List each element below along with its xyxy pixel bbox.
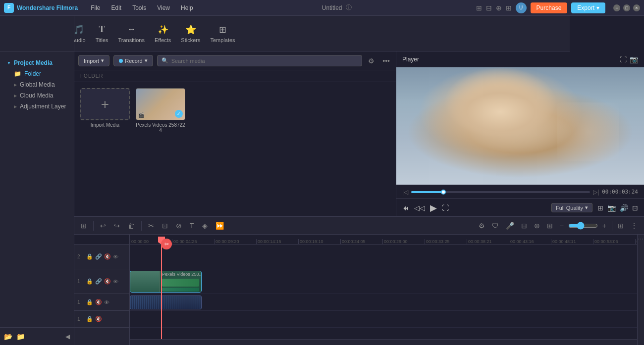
more-tl-icon[interactable]: ⋮ (628, 220, 640, 231)
mark-out-icon[interactable]: ▷| (593, 189, 599, 196)
import-button[interactable]: Import ▾ (78, 55, 109, 66)
player-progress-row: |◁ ▷| 00:00:03:24 (396, 185, 644, 198)
camera-icon[interactable]: 📷 (607, 204, 616, 212)
more-options-icon[interactable]: ••• (380, 56, 392, 66)
scenes-icon[interactable]: ⊟ (519, 220, 530, 231)
crop-tl-icon[interactable]: ⊡ (160, 220, 170, 231)
record-button[interactable]: Record ▾ (113, 55, 153, 66)
menu-help[interactable]: Help (176, 3, 198, 13)
track-eye-icon-2[interactable]: 👁 (113, 254, 118, 260)
progress-bar[interactable] (411, 191, 590, 193)
undo-icon[interactable]: ↩ (98, 220, 108, 231)
grid-view-icon[interactable]: ⊞ (615, 220, 626, 231)
titlebar: F Wondershare Filmora File Edit Tools Vi… (0, 0, 644, 16)
picture-in-picture-icon[interactable]: ⊞ (544, 220, 555, 231)
zoom-slider[interactable] (568, 222, 598, 230)
filter-icon[interactable]: ⚙ (366, 56, 376, 66)
menu-file[interactable]: File (86, 3, 105, 13)
timeline-scrollbar[interactable] (130, 339, 637, 345)
tab-stickers[interactable]: ⭐ Stickers (176, 21, 205, 46)
keyframe-icon[interactable]: ◈ (200, 220, 210, 231)
info-icon[interactable]: ⓘ (346, 3, 352, 12)
mic-icon[interactable]: 🎤 (503, 220, 517, 231)
audio-clip-1[interactable] (130, 296, 202, 309)
media-item-import[interactable]: + Import Media (80, 88, 130, 133)
left-panel: ▼ Project Media 📁 Folder ▶ Global Media … (0, 16, 74, 345)
mark-in-icon[interactable]: |◁ (402, 189, 408, 196)
ruler-mark-12: 00:00:58:01 (635, 239, 637, 244)
add-track-icon[interactable]: ⊞ (78, 220, 89, 231)
shield-icon[interactable]: 🛡 (489, 220, 501, 231)
snapshot-icon[interactable]: 📷 (630, 55, 638, 63)
track-audio-lock-icon-2[interactable]: 🔒 (86, 316, 93, 322)
volume-icon[interactable]: 🔊 (620, 204, 628, 212)
split-icon[interactable]: ⊕ (532, 220, 542, 231)
delete-icon[interactable]: 🗑 (125, 220, 137, 231)
quality-selector[interactable]: Full Quality ▾ (551, 203, 592, 212)
minimize-button[interactable]: − (613, 4, 620, 11)
tl-right-controls: ⚙ 🛡 🎤 ⊟ ⊕ ⊞ − + ⊞ ⋮ (476, 220, 640, 231)
track-audio-eye-icon-1[interactable]: 👁 (104, 299, 109, 305)
menu-view[interactable]: View (152, 3, 175, 13)
nav-item-global-media[interactable]: ▶ Global Media (4, 79, 70, 90)
tab-templates[interactable]: ⊞ Templates (205, 21, 240, 46)
tab-titles-label: Titles (96, 37, 108, 43)
cut-icon[interactable]: ✂ (146, 220, 157, 231)
zoom-out-icon[interactable]: − (557, 220, 566, 231)
track-lock-icon-1[interactable]: 🔒 (86, 278, 93, 285)
crop-icon[interactable]: ⊡ (632, 204, 638, 212)
zoom-in-icon[interactable]: + (600, 220, 609, 231)
track-eye-icon-1[interactable]: 👁 (113, 279, 118, 285)
nav-item-cloud-media[interactable]: ▶ Cloud Media (4, 90, 70, 101)
track-link-icon-1[interactable]: 🔗 (95, 278, 102, 285)
icon-btn-2[interactable]: ⊟ (486, 4, 492, 12)
icon-btn-1[interactable]: ⊞ (476, 4, 482, 12)
playhead[interactable] (161, 245, 162, 339)
settings-icon[interactable]: ⚙ (476, 220, 487, 231)
stickers-tab-icon: ⭐ (185, 24, 196, 35)
check-badge-icon: ✓ (175, 110, 183, 118)
text-icon[interactable]: T (187, 220, 197, 231)
display-settings-icon[interactable]: ⊞ (597, 204, 603, 212)
maximize-button[interactable]: □ (623, 4, 630, 11)
track-mute-icon-1[interactable]: 🔇 (104, 278, 111, 285)
menu-edit[interactable]: Edit (106, 3, 126, 13)
icon-btn-4[interactable]: ⊞ (506, 4, 512, 12)
tab-audio[interactable]: 🎵 Audio (74, 21, 91, 46)
fullscreen-icon[interactable]: ⛶ (620, 55, 627, 63)
new-folder-icon[interactable]: 📂 (4, 333, 12, 341)
nav-item-folder[interactable]: 📁 Folder (4, 68, 70, 79)
fullscreen-player-icon[interactable]: ⛶ (442, 204, 449, 212)
purchase-button[interactable]: Purchase (531, 2, 568, 13)
disable-icon[interactable]: ⊘ (173, 220, 184, 231)
media-item-pexels[interactable]: 🎬 ✓ Pexels Videos 2587224 (136, 88, 185, 133)
track-audio-mute-icon-2[interactable]: 🔇 (95, 316, 102, 322)
redo-icon[interactable]: ↪ (111, 220, 122, 231)
play-icon[interactable]: ▶ (430, 202, 437, 213)
track-audio-mute-icon-1[interactable]: 🔇 (95, 299, 102, 305)
search-input[interactable] (171, 58, 358, 64)
speed-icon[interactable]: ⏩ (213, 220, 226, 231)
icon-btn-3[interactable]: ⊕ (496, 4, 502, 12)
tracks-wrapper: ✂ Pexels Videos 258... (130, 245, 637, 339)
tab-transitions[interactable]: ↔ Transitions (113, 21, 150, 46)
import-folder-icon[interactable]: 📁 (16, 333, 25, 341)
track-lock-icon-2[interactable]: 🔒 (86, 253, 93, 260)
export-button[interactable]: Export ▾ (571, 2, 605, 13)
tab-titles[interactable]: T Titles (91, 21, 113, 46)
collapse-panel-button[interactable]: ◀ (65, 333, 70, 340)
step-back-icon[interactable]: ⏮ (402, 204, 409, 212)
nav-project-media-header[interactable]: ▼ Project Media (4, 57, 70, 68)
frame-back-icon[interactable]: ◁◁ (414, 204, 425, 212)
nav-item-adjustment-layer[interactable]: ▶ Adjustment Layer (4, 101, 70, 112)
track-audio-lock-icon-1[interactable]: 🔒 (86, 299, 93, 305)
search-box[interactable]: 🔍 (157, 55, 363, 66)
right-sidebar-handle[interactable]: ⋮ (638, 237, 644, 242)
avatar-icon[interactable]: U (516, 2, 527, 13)
video-clip[interactable]: Pexels Videos 258... (130, 271, 202, 293)
close-button[interactable]: × (633, 4, 640, 11)
menu-tools[interactable]: Tools (127, 3, 151, 13)
tab-effects[interactable]: ✨ Effects (150, 21, 176, 46)
track-mute-icon-2[interactable]: 🔇 (104, 253, 111, 260)
track-link-icon-2[interactable]: 🔗 (95, 253, 102, 260)
